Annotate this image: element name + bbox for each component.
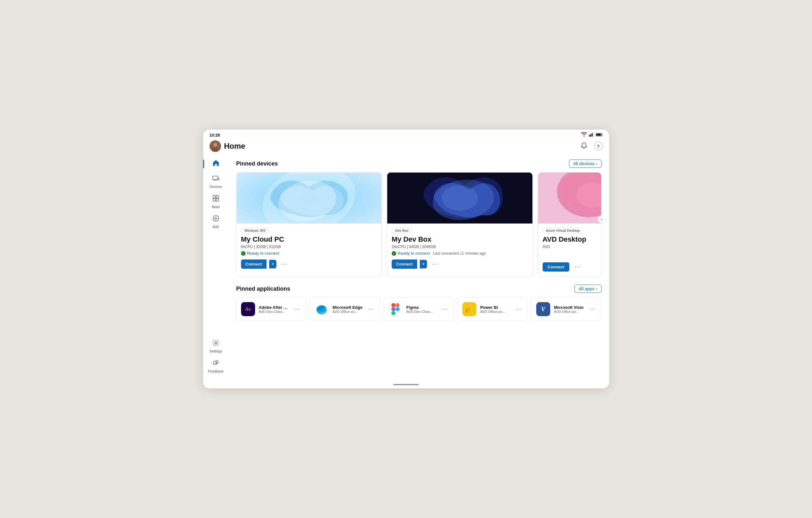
svg-rect-37 bbox=[471, 305, 472, 313]
app-card-ms-visio[interactable]: V Microsoft Visio AVD Office an... ··· bbox=[531, 297, 602, 321]
app-info-adobe-ae: Adobe After Ef... AVD Dev Chan... bbox=[259, 305, 289, 314]
svg-rect-10 bbox=[218, 178, 219, 180]
settings-label: Settings bbox=[209, 349, 222, 353]
sidebar-item-add[interactable]: Add bbox=[206, 212, 226, 231]
svg-rect-33 bbox=[392, 311, 396, 315]
device-card-body-dev-box: Dev Box My Dev Box 16vCPU | 64GB | 2048G… bbox=[387, 224, 532, 274]
app-source-power-bi: AVD Office an... bbox=[480, 310, 511, 314]
sidebar-item-apps[interactable]: Apps bbox=[206, 192, 226, 211]
device-card-dev-box: Dev Box My Dev Box 16vCPU | 64GB | 2048G… bbox=[387, 172, 533, 277]
sidebar-item-feedback[interactable]: Feedback bbox=[206, 357, 226, 376]
add-icon bbox=[212, 215, 220, 224]
all-apps-button[interactable]: All apps › bbox=[575, 285, 601, 293]
more-options-cloud-pc[interactable]: ··· bbox=[279, 259, 291, 269]
feedback-icon bbox=[212, 359, 220, 368]
app-info-ms-edge: Microsoft Edge AVD Office an... bbox=[332, 305, 363, 314]
sidebar-item-home[interactable] bbox=[206, 157, 226, 171]
help-button[interactable]: ? bbox=[594, 142, 603, 151]
svg-rect-3 bbox=[593, 132, 594, 137]
device-name-avd: AVD Desktop bbox=[543, 235, 597, 243]
more-options-avd[interactable]: ··· bbox=[572, 262, 584, 271]
device-actions-dev-box: Connect ▾ ··· bbox=[392, 259, 528, 269]
app-more-ms-visio[interactable]: ··· bbox=[588, 306, 597, 313]
device-status-cloud-pc: Ready to connect bbox=[241, 251, 377, 256]
bottom-indicator bbox=[393, 384, 419, 385]
device-actions-cloud-pc: Connect ▾ ··· bbox=[241, 259, 377, 269]
device-card-avd: Azure Virtual Desktop AVD Desktop AVD Co… bbox=[538, 172, 602, 277]
app-container: 10:28 bbox=[203, 130, 609, 388]
connect-main-cloud-pc[interactable]: Connect bbox=[241, 259, 266, 269]
devices-icon bbox=[212, 175, 220, 184]
connect-chevron-dev-box[interactable]: ▾ bbox=[420, 260, 427, 268]
last-connected-dev-box: Last connected 11 minutes ago bbox=[433, 251, 486, 256]
device-type-badge-avd: Azure Virtual Desktop bbox=[543, 228, 583, 233]
svg-rect-2 bbox=[592, 133, 592, 137]
carousel-next-arrow[interactable]: › bbox=[598, 215, 605, 223]
pinned-apps-header: Pinned applications All apps › bbox=[236, 285, 602, 293]
device-specs-cloud-pc: 8vCPU | 32GB | 512GB bbox=[241, 244, 377, 249]
app-more-adobe-ae[interactable]: ··· bbox=[293, 306, 301, 313]
app-source-ms-visio: AVD Office an... bbox=[554, 310, 585, 314]
app-name-ms-edge: Microsoft Edge bbox=[332, 305, 363, 310]
sidebar-item-devices[interactable]: Devices bbox=[206, 172, 226, 191]
sidebar-bottom: Settings Feedback bbox=[206, 337, 226, 381]
app-info-ms-visio: Microsoft Visio AVD Office an... bbox=[554, 305, 585, 314]
status-dot-cloud-pc bbox=[241, 251, 245, 256]
status-dot-dev-box bbox=[392, 251, 396, 256]
apps-icon bbox=[212, 195, 220, 204]
device-card-cloud-pc: Windows 365 My Cloud PC 8vCPU | 32GB | 5… bbox=[236, 172, 382, 277]
app-more-figma[interactable]: ··· bbox=[441, 306, 449, 313]
status-label-cloud-pc: Ready to connect bbox=[247, 251, 279, 256]
device-card-image-avd bbox=[538, 173, 601, 224]
device-specs-dev-box: 16vCPU | 64GB | 2048GB bbox=[392, 244, 528, 249]
app-card-figma[interactable]: Figma AVD Dev Chan... ··· bbox=[384, 297, 454, 321]
connect-main-dev-box[interactable]: Connect bbox=[392, 259, 417, 269]
home-icon bbox=[212, 160, 220, 168]
app-more-ms-edge[interactable]: ··· bbox=[367, 306, 375, 313]
app-card-ms-edge[interactable]: Microsoft Edge AVD Office an... ··· bbox=[310, 297, 380, 321]
connect-btn-avd[interactable]: Connect bbox=[543, 262, 569, 271]
svg-rect-1 bbox=[590, 134, 591, 137]
device-card-image-dev-box bbox=[387, 173, 532, 224]
device-specs-avd: AVD bbox=[543, 244, 597, 249]
notification-button[interactable] bbox=[579, 141, 589, 152]
more-options-dev-box[interactable]: ··· bbox=[430, 259, 441, 269]
svg-rect-13 bbox=[213, 199, 215, 201]
app-card-power-bi[interactable]: Power Bi AVD Office an... ··· bbox=[458, 297, 528, 321]
sidebar-item-settings[interactable]: Settings bbox=[206, 337, 226, 356]
header-left: Home bbox=[209, 140, 245, 152]
svg-rect-9 bbox=[213, 176, 218, 179]
app-card-adobe-ae[interactable]: Ae Adobe After Ef... AVD Dev Chan... ··· bbox=[236, 297, 306, 321]
app-name-power-bi: Power Bi bbox=[480, 305, 511, 310]
all-devices-button[interactable]: All devices › bbox=[569, 160, 602, 168]
figma-icon bbox=[388, 302, 403, 316]
status-icons bbox=[581, 132, 603, 138]
power-bi-icon bbox=[462, 302, 476, 316]
main-layout: Devices Apps bbox=[203, 154, 609, 381]
app-more-power-bi[interactable]: ··· bbox=[515, 306, 523, 313]
svg-rect-5 bbox=[597, 134, 601, 136]
device-card-body-avd: Azure Virtual Desktop AVD Desktop AVD Co… bbox=[538, 224, 601, 277]
header: Home ? bbox=[203, 139, 609, 154]
svg-rect-30 bbox=[392, 303, 396, 307]
device-name-cloud-pc: My Cloud PC bbox=[241, 235, 377, 243]
status-bar: 10:28 bbox=[203, 130, 609, 139]
sidebar: Devices Apps bbox=[203, 154, 229, 381]
settings-icon bbox=[212, 339, 220, 348]
pinned-apps-title: Pinned applications bbox=[236, 286, 290, 292]
bottom-bar bbox=[203, 381, 609, 388]
apps-label: Apps bbox=[212, 205, 220, 208]
svg-rect-11 bbox=[213, 196, 215, 198]
app-name-figma: Figma bbox=[406, 305, 437, 310]
pinned-devices-title: Pinned devices bbox=[236, 161, 278, 167]
status-label-dev-box: Ready to connect bbox=[398, 251, 430, 256]
battery-icon bbox=[596, 132, 603, 138]
connect-chevron-cloud-pc[interactable]: ▾ bbox=[269, 260, 277, 268]
device-card-image-cloud-pc bbox=[237, 173, 382, 224]
device-type-badge-cloud-pc: Windows 365 bbox=[241, 228, 269, 233]
wifi-icon bbox=[581, 132, 587, 138]
device-actions-avd: Connect ··· bbox=[543, 262, 597, 271]
svg-rect-32 bbox=[392, 307, 396, 311]
svg-rect-14 bbox=[216, 199, 219, 201]
device-type-badge-dev-box: Dev Box bbox=[392, 228, 412, 233]
